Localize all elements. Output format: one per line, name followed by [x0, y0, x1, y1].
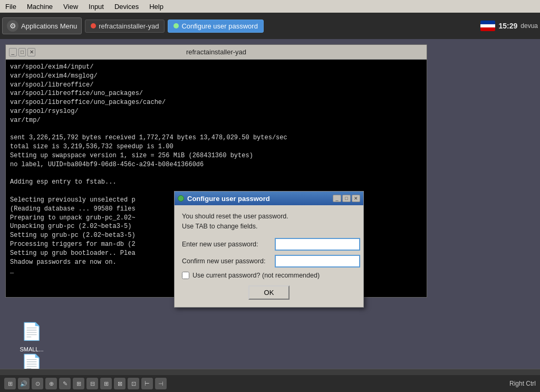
dialog-desc-line2: Use TAB to change fields.	[182, 223, 257, 230]
right-ctrl-label: Right Ctrl	[509, 380, 536, 387]
tray-icon-7[interactable]: ⊟	[86, 378, 98, 389]
use-current-password-row: Use current password? (not recommended)	[182, 272, 356, 279]
window-dot-icon	[91, 23, 96, 28]
tray-icon-6[interactable]: ⊞	[73, 378, 84, 389]
menu-bar: File Machine View Input Devices Help	[0, 0, 540, 13]
confirm-password-field: Confirm new user password:	[182, 255, 356, 267]
terminal-taskbar-button[interactable]: refractainstaller-yad	[85, 20, 165, 33]
dialog-close-btn[interactable]: ✕	[352, 195, 360, 202]
dialog-title-text: Configure user password	[187, 195, 270, 203]
confirm-password-input[interactable]	[275, 255, 360, 267]
menu-file[interactable]: File	[2, 2, 20, 12]
flag-icon	[480, 21, 495, 31]
dialog-taskbar-button[interactable]: Configure user password	[168, 20, 264, 33]
dialog-minimize-btn[interactable]: _	[333, 195, 341, 202]
use-current-password-label: Use current password? (not recommended)	[192, 272, 320, 279]
confirm-password-label: Confirm new user password:	[182, 257, 272, 265]
menu-input[interactable]: Input	[85, 2, 107, 12]
new-password-label: Enter new user password:	[182, 241, 272, 248]
app-menu-icon: ⚙	[7, 20, 18, 32]
tray-icon-8[interactable]: ⊞	[100, 378, 112, 389]
desktop: _ □ ✕ refractainstaller-yad var/spool/ex…	[0, 39, 540, 392]
dialog-maximize-btn[interactable]: □	[342, 195, 351, 202]
dialog-desc-line1: You should reset the user password.	[182, 213, 288, 220]
tray-icon-5[interactable]: ✎	[59, 378, 71, 389]
taskbar-bottom: ⊞ 🔊 ⊙ ⊕ ✎ ⊞ ⊟ ⊞ ⊠ ⊡ ⊢ ⊣ Right Ctrl	[0, 375, 540, 392]
tray-icon-4[interactable]: ⊕	[45, 378, 57, 389]
dialog-title-dot-icon	[178, 195, 184, 202]
active-dot-icon	[173, 23, 179, 28]
new-password-input[interactable]	[275, 238, 360, 251]
dialog-buttons: OK	[182, 285, 356, 300]
use-current-password-checkbox[interactable]	[182, 272, 189, 279]
dialog-overlay: Configure user password _ □ ✕ You should…	[0, 39, 540, 392]
tray-icon-9[interactable]: ⊠	[114, 378, 126, 389]
tray-icon-10[interactable]: ⊡	[128, 378, 139, 389]
tray-icon-2[interactable]: 🔊	[18, 378, 30, 389]
dialog-window-label: Configure user password	[181, 22, 258, 30]
dialog-body: You should reset the user password. Use …	[175, 205, 363, 307]
menu-machine[interactable]: Machine	[24, 2, 56, 12]
terminal-window-label: refractainstaller-yad	[99, 22, 159, 30]
dialog-description: You should reset the user password. Use …	[182, 212, 356, 232]
menu-devices[interactable]: Devices	[111, 2, 142, 12]
clock-display: 15:29	[498, 22, 517, 30]
tray-icons: ⊞ 🔊 ⊙ ⊕ ✎ ⊞ ⊟ ⊞ ⊠ ⊡ ⊢ ⊣	[4, 378, 167, 389]
taskbar-top: ⚙ Applications Menu refractainstaller-ya…	[0, 13, 540, 39]
new-password-field: Enter new user password:	[182, 238, 356, 251]
menu-view[interactable]: View	[60, 2, 81, 12]
app-menu-label: Applications Menu	[21, 22, 77, 30]
app-menu-button[interactable]: ⚙ Applications Menu	[2, 17, 82, 34]
dialog-titlebar: Configure user password _ □ ✕	[175, 192, 363, 205]
dialog-title-left: Configure user password	[178, 195, 270, 203]
taskbar-right: 15:29 devua	[480, 21, 538, 31]
tray-icon-12[interactable]: ⊣	[155, 378, 167, 389]
tray-icon-1[interactable]: ⊞	[4, 378, 16, 389]
user-badge: devua	[520, 22, 538, 30]
tray-icon-11[interactable]: ⊢	[141, 378, 153, 389]
tray-icon-3[interactable]: ⊙	[32, 378, 43, 389]
menu-help[interactable]: Help	[146, 2, 167, 12]
ok-button[interactable]: OK	[248, 285, 290, 300]
configure-password-dialog: Configure user password _ □ ✕ You should…	[174, 191, 364, 308]
dialog-win-controls: _ □ ✕	[333, 195, 360, 202]
